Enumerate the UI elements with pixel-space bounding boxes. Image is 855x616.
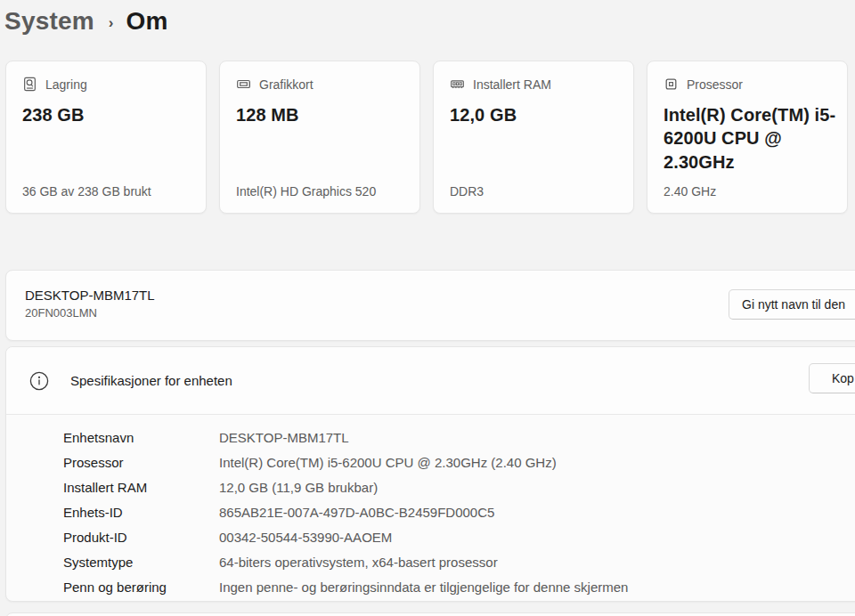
summary-cards: Lagring 238 GB 36 GB av 238 GB brukt Gra…	[5, 61, 848, 214]
ram-card-caption: DDR3	[450, 184, 617, 199]
spec-row-device-name: Enhetsnavn DESKTOP-MBM17TL	[63, 425, 855, 450]
breadcrumb: System › Om	[4, 7, 168, 36]
processor-card-title: Prosessor	[687, 77, 743, 92]
gpu-icon	[236, 77, 251, 92]
spec-row-processor: Prosessor Intel(R) Core(TM) i5-6200U CPU…	[63, 450, 855, 474]
graphics-card-title: Grafikkort	[259, 77, 314, 92]
graphics-card[interactable]: Grafikkort 128 MB Intel(R) HD Graphics 5…	[219, 61, 420, 214]
info-icon	[29, 371, 49, 391]
next-section-card[interactable]	[5, 612, 855, 616]
graphics-card-value: 128 MB	[236, 103, 403, 126]
storage-card-caption: 36 GB av 238 GB brukt	[22, 184, 190, 199]
page-title: Om	[126, 7, 168, 36]
spec-section-title: Spesifikasjoner for enheten	[70, 373, 232, 388]
chevron-right-icon: ›	[109, 14, 114, 32]
processor-card-value: Intel(R) Core(TM) i5-6200U CPU @ 2.30GHz	[664, 103, 838, 174]
storage-card[interactable]: Lagring 238 GB 36 GB av 238 GB brukt	[5, 61, 207, 214]
graphics-card-caption: Intel(R) HD Graphics 520	[236, 184, 403, 199]
device-specifications-card: Spesifikasjoner for enheten Enhetsnavn D…	[5, 346, 855, 602]
processor-card[interactable]: Prosessor Intel(R) Core(TM) i5-6200U CPU…	[647, 61, 848, 214]
spec-row-product-id: Produkt-ID 00342-50544-53990-AAOEM	[63, 524, 855, 549]
ram-card[interactable]: Installert RAM 12,0 GB DDR3	[433, 61, 634, 214]
settings-about-page: { "breadcrumb": { "parent": "System", "s…	[0, 0, 855, 616]
spec-row-device-id: Enhets-ID 865AB21E-007A-497D-A0BC-B2459F…	[63, 499, 855, 524]
spec-row-installed-ram: Installert RAM 12,0 GB (11,9 GB brukbar)	[63, 474, 855, 499]
ram-card-value: 12,0 GB	[450, 103, 617, 126]
storage-card-value: 238 GB	[22, 103, 190, 126]
device-name-card: DESKTOP-MBM17TL 20FN003LMN	[5, 270, 855, 341]
ram-card-title: Installert RAM	[473, 77, 551, 92]
spec-row-system-type: Systemtype 64-biters operativsystem, x64…	[63, 549, 855, 574]
copy-button[interactable]: Kop	[809, 363, 855, 393]
device-specifications-header: Spesifikasjoner for enheten	[6, 347, 855, 415]
breadcrumb-system[interactable]: System	[4, 7, 94, 36]
storage-card-title: Lagring	[45, 77, 87, 92]
rename-pc-button[interactable]: Gi nytt navn til den	[729, 289, 855, 320]
ram-icon	[450, 77, 465, 92]
cpu-icon	[664, 77, 679, 92]
hard-drive-icon	[22, 77, 37, 92]
spec-rows: Enhetsnavn DESKTOP-MBM17TL Prosessor Int…	[6, 415, 855, 599]
spec-row-pen-touch: Penn og berøring Ingen penne- og berørin…	[63, 574, 855, 599]
processor-card-caption: 2.40 GHz	[664, 184, 831, 199]
